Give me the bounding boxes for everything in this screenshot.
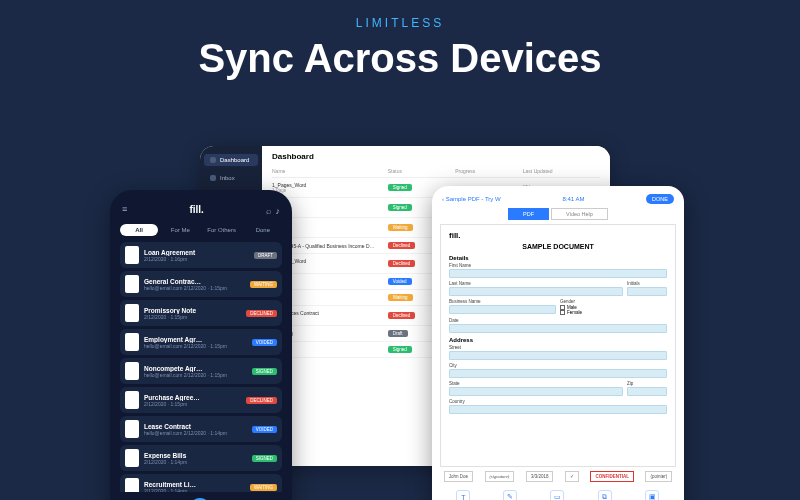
country-field[interactable] [449,405,667,414]
city-field[interactable] [449,369,667,378]
tool-text[interactable]: TText [456,490,470,500]
last-name-field[interactable] [449,287,623,296]
search-icon[interactable]: ⌕ [266,206,271,216]
phone-brand: fill. [189,204,203,215]
doc-thumb-icon [125,304,139,322]
doc-thumb-icon [125,275,139,293]
street-field[interactable] [449,351,667,360]
list-item[interactable]: Loan Agreement2/12/2020 · 1:16pmDRAFT [120,242,282,268]
tool-sign[interactable]: ✎Sign [503,490,517,500]
ipad-device: ‹ Sample PDF - Try W 8:41 AM DONE PDFVid… [432,186,684,500]
back-button[interactable]: ‹ Sample PDF - Try W [442,196,501,202]
sig-slot-5[interactable]: (pointer) [645,471,672,482]
sidebar-item-inbox[interactable]: Inbox [204,172,258,184]
tool-date[interactable]: ▭Date [550,490,564,500]
menu-icon[interactable]: ≡ [122,204,127,214]
pdf-form: fill. SAMPLE DOCUMENT DetailsFirst NameL… [440,224,676,467]
doc-thumb-icon [125,391,139,409]
stamps-icon: ⧉ [598,490,612,500]
date-icon: ▭ [550,490,564,500]
doc-thumb-icon [125,246,139,264]
list-item[interactable]: Employment Agr…hello@email.com 2/12/2020… [120,329,282,355]
bell-icon[interactable]: ♪ [275,206,280,216]
list-item[interactable]: Lease Contracthello@email.com 2/12/2020 … [120,416,282,442]
first-name-field[interactable] [449,269,667,278]
radio-female[interactable]: Female [560,310,667,315]
doc-thumb-icon [125,478,139,492]
phone-device: ≡ fill. ⌕ ♪ AllFor MeFor OthersDone Loan… [110,190,292,500]
tab-done[interactable]: Done [244,224,282,236]
doc-thumb-icon [125,333,139,351]
list-item[interactable]: Noncompete Agr…hello@email.com 2/12/2020… [120,358,282,384]
tool-extra[interactable]: ▣Extra [645,490,659,500]
initials-field[interactable] [627,287,667,296]
state-field[interactable] [449,387,623,396]
zip-field[interactable] [627,387,667,396]
tab-all[interactable]: All [120,224,158,236]
text-icon: T [456,490,470,500]
tool-stamps[interactable]: ⧉Stamps [597,490,612,500]
doc-thumb-icon [125,420,139,438]
list-item[interactable]: Expense Bills2/12/2020 · 1:14pmSIGNED [120,445,282,471]
list-item[interactable]: Recruitment Li…2/12/2020 · 1:14pmWAITING [120,474,282,492]
segment-pdf[interactable]: PDF [508,208,549,220]
sig-slot-2[interactable]: 3/3/2018 [526,471,554,482]
tab-for-others[interactable]: For Others [203,224,241,236]
table-header: NameStatusProgressLast Updated [272,165,600,178]
date-field[interactable] [449,324,667,333]
list-item[interactable]: Promissory Note2/12/2020 · 1:15pmDECLINE… [120,300,282,326]
doc-thumb-icon [125,449,139,467]
hero-title: Sync Across Devices [0,36,800,81]
sig-slot-0[interactable]: John Doe [444,471,473,482]
extra-icon: ▣ [645,490,659,500]
sig-slot-1[interactable]: (signature) [485,471,515,482]
form-title: SAMPLE DOCUMENT [449,243,667,250]
list-item[interactable]: General Contrac…hello@email.com 2/12/202… [120,271,282,297]
tagline: LIMITLESS [0,16,800,30]
tab-for-me[interactable]: For Me [161,224,199,236]
list-item[interactable]: Purchase Agree…2/12/2020 · 1:15pmDECLINE… [120,387,282,413]
section-details: Details [449,255,667,261]
business-name-field[interactable] [449,305,556,314]
sign-icon: ✎ [503,490,517,500]
done-button[interactable]: DONE [646,194,674,204]
sig-slot-4[interactable]: CONFIDENTIAL [590,471,634,482]
dashboard-title: Dashboard [272,152,600,161]
form-logo: fill. [449,231,667,240]
segment-video-help[interactable]: Video Help [551,208,608,220]
section-address: Address [449,337,667,343]
sidebar-item-dashboard[interactable]: Dashboard [204,154,258,166]
sig-slot-3[interactable]: ✓ [565,471,579,482]
doc-thumb-icon [125,362,139,380]
clock: 8:41 AM [562,196,584,202]
